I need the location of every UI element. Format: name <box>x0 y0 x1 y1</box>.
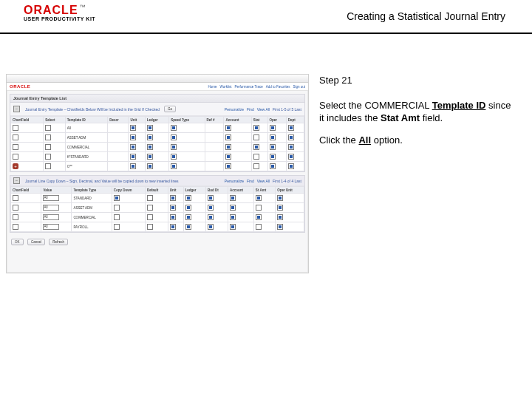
checkbox[interactable] <box>230 195 236 201</box>
checkbox[interactable] <box>270 163 276 169</box>
checkbox[interactable] <box>288 144 294 150</box>
checkbox[interactable] <box>13 144 18 150</box>
checkbox[interactable] <box>45 163 51 169</box>
checkbox[interactable] <box>225 144 231 150</box>
value-select[interactable]: All <box>43 195 59 201</box>
checkbox[interactable] <box>130 163 136 169</box>
checkbox[interactable] <box>185 205 191 211</box>
checkbox[interactable] <box>114 224 120 230</box>
view-all-link[interactable]: View All <box>257 107 270 112</box>
checkbox[interactable] <box>147 144 153 150</box>
checkbox[interactable] <box>147 224 153 230</box>
checkbox[interactable] <box>208 205 214 211</box>
checkbox[interactable] <box>170 224 176 230</box>
checkbox[interactable] <box>130 144 136 150</box>
checkbox[interactable] <box>170 214 176 220</box>
view-all-link-2[interactable]: View All <box>257 179 270 183</box>
checkbox[interactable] <box>45 154 51 160</box>
checkbox[interactable] <box>253 154 259 160</box>
checkbox[interactable] <box>13 125 18 131</box>
checkbox[interactable] <box>253 125 259 131</box>
checkbox[interactable] <box>225 154 231 160</box>
checkbox[interactable] <box>171 134 177 140</box>
checkbox[interactable] <box>170 205 176 211</box>
checkbox[interactable] <box>114 214 120 220</box>
checkbox[interactable] <box>45 125 51 131</box>
find-link[interactable]: Find <box>247 107 254 112</box>
ok-button[interactable]: OK <box>11 239 24 245</box>
checkbox[interactable] <box>270 134 276 140</box>
checkbox[interactable] <box>114 205 120 211</box>
checkbox[interactable] <box>253 163 259 169</box>
checkbox[interactable] <box>170 195 176 201</box>
checkbox[interactable] <box>208 214 214 220</box>
checkbox[interactable] <box>130 134 136 140</box>
checkbox[interactable] <box>277 224 283 230</box>
checkbox[interactable] <box>171 144 177 150</box>
checkbox[interactable] <box>230 224 236 230</box>
nav-worklist[interactable]: Worklist <box>220 85 232 89</box>
checkbox[interactable] <box>45 144 51 150</box>
checkbox[interactable] <box>13 154 18 160</box>
checkbox[interactable] <box>13 224 18 230</box>
checkbox[interactable] <box>13 214 18 220</box>
checkbox[interactable] <box>130 125 136 131</box>
checkbox[interactable] <box>147 154 153 160</box>
checkbox[interactable] <box>256 224 262 230</box>
nav-perf-trace[interactable]: Performance Trace <box>234 85 262 89</box>
checkbox[interactable] <box>288 163 294 169</box>
nav-add-fav[interactable]: Add to Favorites <box>266 85 290 89</box>
refresh-button[interactable]: Refresh <box>49 239 68 245</box>
checkbox[interactable] <box>147 195 153 201</box>
checkbox[interactable] <box>270 144 276 150</box>
checkbox[interactable] <box>130 154 136 160</box>
checkbox[interactable] <box>208 195 214 201</box>
checkbox[interactable] <box>147 125 153 131</box>
checkbox[interactable] <box>270 154 276 160</box>
nav-signout[interactable]: Sign out <box>293 85 305 89</box>
checkbox[interactable] <box>185 195 191 201</box>
personalize-link[interactable]: Personalize <box>225 107 244 112</box>
checkbox[interactable] <box>230 205 236 211</box>
go-button[interactable]: Go <box>164 106 176 112</box>
checkbox[interactable] <box>45 134 51 140</box>
checkbox[interactable] <box>225 163 231 169</box>
checkbox[interactable] <box>114 195 120 201</box>
checkbox[interactable] <box>225 134 231 140</box>
checkbox[interactable] <box>147 205 153 211</box>
checkbox[interactable] <box>270 125 276 131</box>
checkbox[interactable] <box>13 205 18 211</box>
personalize-link-2[interactable]: Personalize <box>225 179 244 183</box>
collapse-icon[interactable]: – <box>13 177 20 184</box>
checkbox[interactable] <box>256 195 262 201</box>
cancel-button[interactable]: Cancel <box>27 239 45 245</box>
value-select[interactable]: All <box>43 214 59 220</box>
checkbox[interactable] <box>225 125 231 131</box>
checkbox[interactable] <box>13 195 18 201</box>
value-select[interactable]: All <box>43 205 59 211</box>
value-select[interactable]: All <box>43 224 59 230</box>
expand-icon[interactable]: + <box>13 163 18 169</box>
checkbox[interactable] <box>208 224 214 230</box>
nav-home[interactable]: Home <box>208 85 217 89</box>
checkbox[interactable] <box>147 163 153 169</box>
checkbox[interactable] <box>147 214 153 220</box>
checkbox[interactable] <box>171 163 177 169</box>
find-link-2[interactable]: Find <box>247 179 254 183</box>
checkbox[interactable] <box>256 205 262 211</box>
checkbox[interactable] <box>256 214 262 220</box>
checkbox[interactable] <box>185 224 191 230</box>
checkbox[interactable] <box>253 134 259 140</box>
checkbox[interactable] <box>253 144 259 150</box>
checkbox[interactable] <box>147 134 153 140</box>
checkbox[interactable] <box>288 154 294 160</box>
checkbox[interactable] <box>171 154 177 160</box>
checkbox[interactable] <box>230 214 236 220</box>
checkbox[interactable] <box>171 125 177 131</box>
checkbox[interactable] <box>277 205 283 211</box>
checkbox[interactable] <box>288 125 294 131</box>
checkbox[interactable] <box>185 214 191 220</box>
checkbox[interactable] <box>288 134 294 140</box>
checkbox[interactable] <box>277 195 283 201</box>
collapse-icon[interactable]: – <box>13 106 20 112</box>
